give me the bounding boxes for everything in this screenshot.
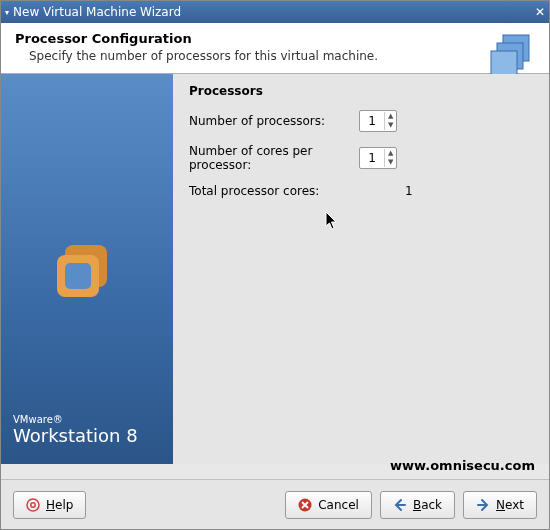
total-cores-value: 1 — [405, 184, 413, 198]
svg-point-6 — [27, 499, 39, 511]
wizard-window: ▾ New Virtual Machine Wizard ✕ Processor… — [0, 0, 550, 530]
arrow-left-icon — [393, 498, 407, 512]
help-label-u: H — [46, 498, 55, 512]
titlebar: ▾ New Virtual Machine Wizard ✕ — [1, 1, 549, 23]
cancel-label: Cancel — [318, 498, 359, 512]
brand-small: VMware® — [13, 414, 138, 425]
back-button[interactable]: Back — [380, 491, 455, 519]
chevron-up-icon[interactable]: ▲ — [385, 149, 396, 158]
row-cores-per-proc: Number of cores per processor: ▲▼ — [189, 144, 533, 172]
window-title: New Virtual Machine Wizard — [13, 5, 181, 19]
cancel-button[interactable]: Cancel — [285, 491, 372, 519]
help-icon — [26, 498, 40, 512]
section-title: Processors — [189, 84, 533, 98]
processor-icon — [489, 31, 537, 79]
help-button[interactable]: Help — [13, 491, 86, 519]
row-total-cores: Total processor cores: 1 — [189, 184, 533, 198]
sidebar: VMware® Workstation 8 — [1, 74, 173, 464]
num-processors-input[interactable] — [360, 114, 384, 128]
next-button[interactable]: Next — [463, 491, 537, 519]
wizard-content: VMware® Workstation 8 Processors Number … — [1, 74, 549, 464]
chevron-down-icon[interactable]: ▼ — [385, 158, 396, 167]
num-processors-spinner[interactable]: ▲▼ — [359, 110, 397, 132]
brand-big: Workstation 8 — [13, 425, 138, 446]
cores-per-proc-input[interactable] — [360, 151, 384, 165]
header-title: Processor Configuration — [15, 31, 535, 46]
vmware-logo-icon — [51, 239, 123, 303]
brand: VMware® Workstation 8 — [13, 414, 138, 446]
cores-per-proc-spinner[interactable]: ▲▼ — [359, 147, 397, 169]
cores-per-proc-label: Number of cores per processor: — [189, 144, 359, 172]
wizard-header: Processor Configuration Specify the numb… — [1, 23, 549, 74]
chevron-down-icon[interactable]: ▼ — [385, 121, 396, 130]
spinner-arrows[interactable]: ▲▼ — [384, 112, 396, 130]
footer-url: www.omnisecu.com — [390, 458, 535, 473]
main-panel: Processors Number of processors: ▲▼ Numb… — [173, 74, 549, 464]
spinner-arrows[interactable]: ▲▼ — [384, 149, 396, 167]
chevron-up-icon[interactable]: ▲ — [385, 112, 396, 121]
num-processors-label: Number of processors: — [189, 114, 359, 128]
help-label: elp — [55, 498, 73, 512]
cancel-icon — [298, 498, 312, 512]
close-icon[interactable]: ✕ — [535, 5, 545, 19]
row-num-processors: Number of processors: ▲▼ — [189, 110, 533, 132]
window-menu-icon[interactable]: ▾ — [5, 8, 9, 17]
svg-point-7 — [31, 502, 35, 506]
button-bar: Help Cancel Back Next — [1, 479, 549, 529]
arrow-right-icon — [476, 498, 490, 512]
svg-rect-5 — [65, 263, 91, 289]
total-cores-label: Total processor cores: — [189, 184, 359, 198]
header-subtitle: Specify the number of processors for thi… — [15, 49, 535, 63]
